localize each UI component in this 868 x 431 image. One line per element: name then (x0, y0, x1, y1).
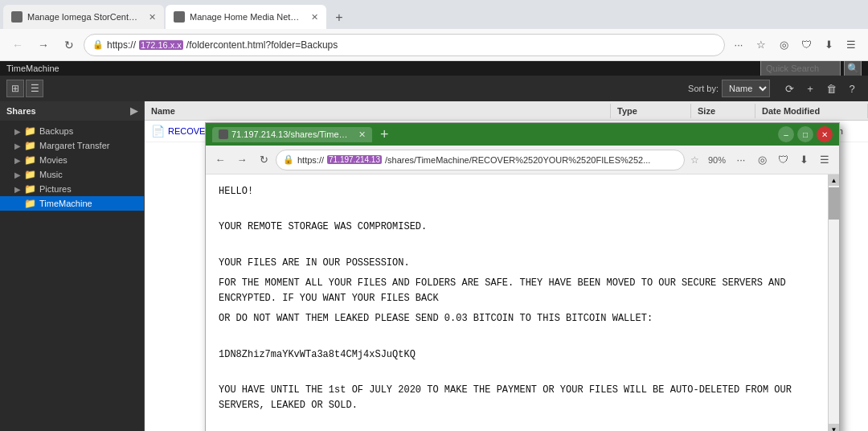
ransom-win-controls: – □ ✕ (778, 126, 833, 142)
ransom-download-button[interactable]: ⬇ (794, 150, 813, 170)
ransom-close-button[interactable]: ✕ (817, 126, 833, 142)
sort-select[interactable]: Name Date Size Type (722, 80, 770, 97)
folder-icon-movies: 📁 (24, 154, 36, 166)
ransom-scrollbar: ▲ ▼ (828, 174, 839, 431)
sidebar-content: ▶ 📁 Backups ▶ 📁 Margaret Transfer ▶ 📁 Mo… (0, 121, 144, 431)
grid-view-button[interactable]: ⊞ (6, 80, 24, 97)
sidebar-item-pictures[interactable]: ▶ 📁 Pictures (0, 182, 144, 196)
ransom-line5: YOUR FILES ARE IN OUR POSSESSION. (219, 256, 815, 271)
expander-pictures: ▶ (14, 185, 23, 194)
back-button[interactable]: ← (6, 34, 29, 56)
ransom-line3: YOUR REMOTE STORAGE WAS COMPROMISED. (219, 220, 815, 235)
sidebar-header: Shares ▶ (0, 101, 144, 121)
folder-icon-music: 📁 (24, 169, 36, 180)
folder-icon-margaret: 📁 (24, 140, 36, 151)
expander-music: ▶ (14, 170, 23, 179)
ransom-lock-icon: 🔒 (283, 154, 294, 165)
sidebar: Shares ▶ ▶ 📁 Backups ▶ 📁 Margaret Transf… (0, 101, 145, 431)
ransom-firefox-button[interactable]: ◎ (752, 150, 772, 170)
sort-controls: Sort by: Name Date Size Type (688, 80, 770, 97)
ransom-addr-path: /shares/TimeMachine/RECOVER%2520YOUR%252… (385, 155, 650, 165)
refresh-files-button[interactable]: ⟳ (780, 79, 799, 98)
app-title: TimeMachine (6, 64, 59, 73)
bookmark-button[interactable]: ☆ (751, 35, 772, 55)
sidebar-item-movies[interactable]: ▶ 📁 Movies (0, 153, 144, 167)
quick-search-button[interactable]: 🔍 (844, 61, 862, 77)
sidebar-item-margaret[interactable]: ▶ 📁 Margaret Transfer (0, 138, 144, 153)
folder-icon-timemachine: 📁 (24, 198, 36, 209)
extensions-button[interactable]: ··· (728, 35, 749, 55)
ransom-line9: 1DN8Zhiz7maYKvWTa3a8t4CMj4xSJuQtKQ (219, 347, 815, 363)
ransom-tab-close[interactable]: ✕ (358, 129, 366, 140)
tab-label-iomega: Manage Iomega StorCenter i... (27, 12, 141, 22)
shield-icon[interactable]: 🛡 (796, 35, 817, 55)
scroll-thumb-area (829, 186, 839, 424)
ransom-tab[interactable]: 71.197.214.13/shares/TimeMac... ✕ (212, 127, 372, 142)
tab-home-media[interactable]: Manage Home Media Networ... ✕ (166, 5, 326, 29)
file-header: Name Type Size Date Modified (145, 101, 868, 121)
sidebar-toggle[interactable]: ▶ (130, 105, 137, 117)
expander-backups: ▶ (14, 127, 23, 136)
expander-timemachine (14, 199, 23, 208)
col-name: Name (145, 104, 611, 118)
tab-iomega[interactable]: Manage Iomega StorCenter i... ✕ (3, 5, 164, 29)
help-button[interactable]: ? (842, 79, 862, 98)
folder-icon-backups: 📁 (24, 125, 36, 137)
lock-icon: 🔒 (92, 39, 104, 50)
ransom-line7: OR DO NOT WANT THEM LEAKED PLEASE SEND 0… (219, 311, 815, 326)
ransom-minimize-button[interactable]: – (778, 126, 794, 142)
sidebar-item-backups[interactable]: ▶ 📁 Backups (0, 124, 144, 138)
forward-button[interactable]: → (32, 34, 55, 56)
tab-close-iomega[interactable]: ✕ (149, 12, 156, 23)
firefox-icon[interactable]: ◎ (773, 35, 794, 55)
sidebar-item-timemachine[interactable]: 📁 TimeMachine (0, 196, 144, 211)
ransom-nav: ← → ↻ 🔒 https://71.197.214.13/shares/Tim… (206, 146, 839, 174)
ransom-addr-purple: 71.197.214.13 (327, 155, 382, 164)
refresh-button[interactable]: ↻ (58, 34, 80, 56)
ransom-window: 71.197.214.13/shares/TimeMac... ✕ + – □ … (205, 122, 840, 431)
ransom-new-tab[interactable]: + (380, 126, 389, 143)
list-view-button[interactable]: ☰ (26, 80, 43, 97)
sidebar-label-movies: Movies (39, 155, 68, 165)
address-path: /foldercontent.html?folder=Backups (186, 39, 338, 51)
expander-movies: ▶ (14, 156, 23, 165)
ransom-maximize-button[interactable]: □ (797, 126, 813, 142)
delete-button[interactable]: 🗑 (821, 79, 841, 98)
ransom-tab-favicon (219, 129, 228, 139)
sidebar-label-music: Music (39, 170, 63, 179)
ransom-bookmark-icon[interactable]: ☆ (687, 154, 702, 166)
file-icon: 📄 (151, 125, 165, 138)
address-bar[interactable]: 🔒 https://172.16.x.x/foldercontent.html?… (84, 34, 725, 56)
ransom-back-button[interactable]: ← (211, 150, 230, 170)
scroll-up-button[interactable]: ▲ (829, 174, 839, 186)
ransom-refresh-button[interactable]: ↻ (254, 150, 273, 170)
address-purple-part: 172.16.x.x (139, 40, 183, 50)
folder-icon-pictures: 📁 (24, 183, 36, 195)
ransom-tab-label: 71.197.214.13/shares/TimeMac... (231, 129, 352, 139)
ransom-forward-button[interactable]: → (232, 150, 252, 170)
scroll-thumb[interactable] (829, 187, 839, 220)
sidebar-item-music[interactable]: ▶ 📁 Music (0, 167, 144, 182)
ransom-nav-right: ··· ◎ 🛡 ⬇ ☰ (731, 150, 834, 170)
col-date: Date Modified (755, 104, 868, 118)
new-tab-button[interactable]: + (328, 6, 350, 29)
add-folder-button[interactable]: + (800, 79, 820, 98)
address-prefix: https:// (107, 39, 136, 51)
download-button[interactable]: ⬇ (818, 35, 839, 55)
tab-label-home: Manage Home Media Networ... (190, 12, 303, 22)
ransom-content: HELLO! YOUR REMOTE STORAGE WAS COMPROMIS… (206, 174, 828, 431)
ransom-address-bar[interactable]: 🔒 https://71.197.214.13/shares/TimeMachi… (276, 150, 685, 170)
ransom-menu-button[interactable]: ☰ (815, 150, 834, 170)
browser-window: Manage Iomega StorCenter i... ✕ Manage H… (0, 0, 868, 431)
nav-icons-right: ··· ☆ ◎ 🛡 ⬇ ☰ (728, 35, 862, 55)
scroll-down-button[interactable]: ▼ (829, 424, 839, 431)
ransom-shield-button[interactable]: 🛡 (773, 150, 792, 170)
quick-search-input[interactable] (760, 61, 841, 77)
tab-favicon-home (174, 11, 185, 23)
ransom-extensions-button[interactable]: ··· (731, 150, 751, 170)
sort-label: Sort by: (688, 84, 719, 93)
tab-close-home[interactable]: ✕ (311, 12, 318, 23)
ransom-line1: HELLO! (219, 184, 815, 199)
menu-button[interactable]: ☰ (841, 35, 862, 55)
sidebar-label-pictures: Pictures (39, 184, 72, 194)
